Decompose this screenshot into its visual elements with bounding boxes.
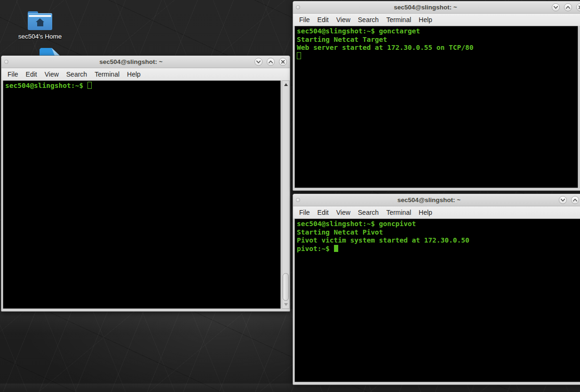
window-title: sec504@slingshot: ~ xyxy=(11,58,251,65)
menu-item-edit[interactable]: Edit xyxy=(314,209,333,216)
menu-item-view[interactable]: View xyxy=(333,16,354,24)
maximize-button[interactable] xyxy=(564,3,572,11)
titlebar[interactable]: sec504@slingshot: ~ xyxy=(1,56,290,68)
menu-item-edit[interactable]: Edit xyxy=(314,16,333,24)
terminal-window-top-right: sec504@slingshot: ~ FileEditViewSearchTe… xyxy=(293,1,580,191)
window-menu-dot-icon xyxy=(296,5,300,9)
chevron-down-icon xyxy=(552,4,559,11)
desktop-wallpaper: { "colors": { "terminal_green": "#5bc021… xyxy=(0,0,580,392)
window-menu-dot-icon xyxy=(296,198,300,202)
terminal-cursor xyxy=(297,52,301,59)
chevron-up-icon xyxy=(564,4,572,11)
minimize-button[interactable] xyxy=(552,3,560,11)
terminal-window-left: sec504@slingshot: ~ FileEditViewSearchTe… xyxy=(1,55,290,312)
menu-item-help[interactable]: Help xyxy=(415,209,436,216)
menu-bar: FileEditViewSearchTerminalHelp xyxy=(293,14,580,26)
home-icon xyxy=(36,18,44,26)
titlebar[interactable]: sec504@slingshot: ~ xyxy=(293,194,580,206)
close-icon xyxy=(577,4,580,11)
menu-item-file[interactable]: File xyxy=(295,16,314,24)
terminal-line: Starting Netcat Target xyxy=(297,36,576,44)
menu-item-file[interactable]: File xyxy=(295,209,314,216)
scrollbar-thumb[interactable] xyxy=(283,273,289,301)
terminal-line: Pivot victim system started at 172.30.0.… xyxy=(297,236,580,245)
close-icon xyxy=(279,58,286,65)
window-menu-dot-icon xyxy=(4,60,8,64)
scrollbar[interactable] xyxy=(282,80,290,309)
desktop-icon-home[interactable]: sec504's Home xyxy=(14,11,66,40)
menu-item-help[interactable]: Help xyxy=(123,71,144,78)
folder-icon xyxy=(28,11,52,30)
window-title: sec504@slingshot: ~ xyxy=(303,196,555,204)
menu-item-view[interactable]: View xyxy=(333,209,354,216)
close-button[interactable] xyxy=(576,3,580,11)
menu-bar: FileEditViewSearchTerminalHelp xyxy=(1,68,290,80)
menu-item-terminal[interactable]: Terminal xyxy=(382,16,415,24)
terminal-line: pivot:~$ xyxy=(297,245,580,253)
menu-item-search[interactable]: Search xyxy=(354,16,382,24)
minimize-button[interactable] xyxy=(254,58,262,66)
terminal-window-bottom-right: sec504@slingshot: ~ FileEditViewSearchTe… xyxy=(293,194,580,385)
window-title: sec504@slingshot: ~ xyxy=(303,4,548,11)
menu-item-search[interactable]: Search xyxy=(354,209,382,216)
minimize-button[interactable] xyxy=(559,196,567,204)
window-controls xyxy=(552,3,580,11)
chevron-up-icon xyxy=(267,58,274,65)
menu-item-file[interactable]: File xyxy=(4,71,22,78)
close-button[interactable] xyxy=(279,58,287,66)
desktop-icon-label: sec504's Home xyxy=(14,33,66,40)
terminal-output[interactable]: sec504@slingshot:~$ gonctargetStarting N… xyxy=(294,26,578,188)
menu-item-terminal[interactable]: Terminal xyxy=(91,71,123,78)
maximize-button[interactable] xyxy=(267,58,275,66)
menu-bar: FileEditViewSearchTerminalHelp xyxy=(293,206,580,219)
terminal-cursor xyxy=(334,245,338,252)
folder-icon xyxy=(39,47,61,55)
terminal-output[interactable]: sec504@slingshot:~$ xyxy=(3,80,281,309)
window-controls xyxy=(559,196,580,204)
chevron-down-icon xyxy=(255,58,262,65)
maximize-button[interactable] xyxy=(571,196,579,204)
terminal-line: sec504@slingshot:~$ gonctarget xyxy=(297,27,576,36)
desktop-icon-folder-partial[interactable] xyxy=(39,47,61,55)
scroll-up-button[interactable] xyxy=(282,81,289,88)
menu-item-edit[interactable]: Edit xyxy=(22,71,41,78)
menu-item-view[interactable]: View xyxy=(41,71,63,78)
chevron-up-icon xyxy=(572,196,579,204)
terminal-line: Web server started at 172.30.0.55 on TCP… xyxy=(297,44,576,52)
terminal-cursor xyxy=(87,82,92,89)
menu-item-help[interactable]: Help xyxy=(415,16,436,24)
menu-item-search[interactable]: Search xyxy=(63,71,91,78)
terminal-output[interactable]: sec504@slingshot:~$ goncpivotStarting Ne… xyxy=(294,219,580,382)
menu-item-terminal[interactable]: Terminal xyxy=(382,209,415,216)
chevron-down-icon xyxy=(559,196,566,204)
scroll-down-button[interactable] xyxy=(282,301,289,308)
window-controls xyxy=(254,58,287,66)
terminal-line: sec504@slingshot:~$ goncpivot xyxy=(297,220,580,228)
terminal-line: sec504@slingshot:~$ xyxy=(5,82,278,90)
terminal-line: Starting Netcat Pivot xyxy=(297,228,580,237)
titlebar[interactable]: sec504@slingshot: ~ xyxy=(293,1,580,14)
terminal-line xyxy=(297,52,576,61)
